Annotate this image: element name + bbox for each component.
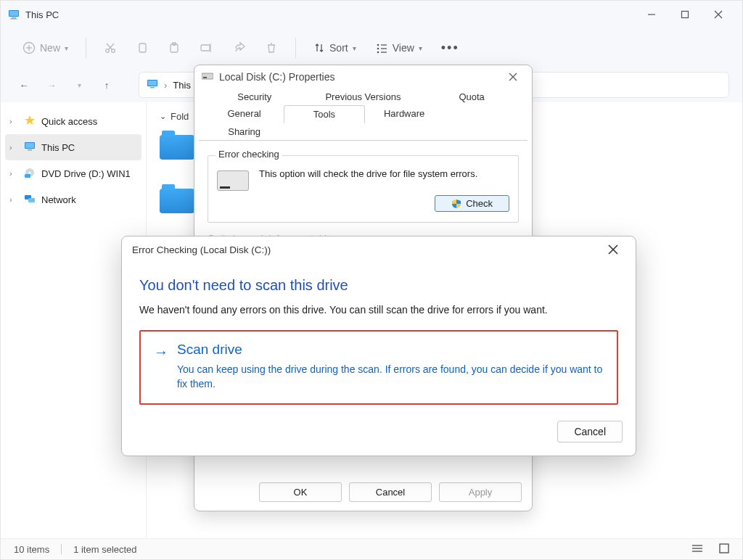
svg-rect-28: [150, 87, 155, 88]
minimize-button[interactable]: [635, 3, 668, 26]
properties-tabs-row2: General Tools Hardware Sharing: [199, 105, 528, 141]
trash-icon: [265, 41, 278, 54]
properties-title: Local Disk (C:) Properties: [219, 71, 335, 83]
error-checking-description: This option will check the drive for fil…: [259, 168, 477, 181]
scan-drive-option[interactable]: → Scan drive You can keep using the driv…: [139, 330, 618, 405]
chevron-right-icon: ›: [9, 169, 18, 178]
error-checking-body: You don't need to scan this drive We hav…: [122, 263, 636, 421]
sort-icon: [313, 42, 325, 54]
window-title: This PC: [25, 9, 59, 20]
sidebar-item-dvd-drive[interactable]: › DVD Drive (D:) WIN1: [1, 160, 146, 186]
tab-general[interactable]: General: [205, 105, 284, 123]
sort-label: Sort: [329, 42, 348, 54]
plus-circle-icon: [22, 41, 36, 54]
new-label: New: [40, 42, 60, 54]
folder-tile[interactable]: [160, 189, 194, 213]
recent-dropdown[interactable]: ▾: [69, 75, 89, 95]
new-button[interactable]: New ▾: [15, 37, 75, 59]
sidebar-item-network[interactable]: › Network: [1, 186, 146, 213]
check-label: Check: [466, 198, 493, 209]
chevron-down-icon: ▾: [419, 44, 422, 52]
chevron-right-icon: ›: [9, 195, 18, 204]
svg-rect-35: [25, 174, 30, 178]
close-button[interactable]: [702, 3, 735, 26]
folders-label: Fold: [171, 111, 189, 122]
error-checking-group: Error checking This option will check th…: [208, 155, 519, 223]
maximize-button[interactable]: [668, 3, 702, 26]
error-checking-dialog: Error Checking (Local Disk (C:)) You don…: [121, 236, 636, 456]
svg-rect-18: [201, 45, 210, 51]
error-checking-footer: Cancel: [122, 421, 636, 456]
apply-button[interactable]: Apply: [439, 482, 522, 502]
clipboard-icon: [168, 41, 181, 54]
properties-footer: OK Cancel Apply: [259, 482, 522, 502]
paste-button[interactable]: [160, 37, 188, 59]
sidebar-item-this-pc[interactable]: › This PC: [5, 134, 141, 160]
ok-button[interactable]: OK: [259, 482, 342, 502]
tab-security[interactable]: Security: [200, 88, 309, 105]
chevron-right-icon: ›: [9, 117, 18, 125]
tab-hardware[interactable]: Hardware: [365, 105, 444, 123]
sidebar-item-label: Quick access: [41, 116, 97, 127]
arrow-right-icon: →: [154, 343, 168, 392]
folder-tile[interactable]: [160, 135, 194, 160]
tab-sharing[interactable]: Sharing: [205, 123, 284, 140]
scissors-icon: [104, 41, 117, 54]
check-button[interactable]: Check: [435, 195, 509, 212]
sidebar-item-quick-access[interactable]: › Quick access: [1, 108, 146, 134]
forward-button[interactable]: →: [41, 75, 62, 95]
titlebar: This PC: [1, 1, 742, 28]
svg-rect-37: [28, 198, 35, 202]
rename-button[interactable]: [192, 37, 221, 59]
svg-rect-3: [10, 19, 17, 20]
drive-icon: [217, 170, 249, 191]
error-checking-title: Error Checking (Local Disk (C:)): [132, 244, 271, 255]
chevron-down-icon: ▾: [65, 44, 68, 52]
view-button[interactable]: View ▾: [368, 38, 430, 58]
this-pc-icon: [8, 9, 20, 20]
tab-tools[interactable]: Tools: [284, 105, 364, 123]
cancel-button[interactable]: Cancel: [349, 482, 432, 502]
tab-quota[interactable]: Quota: [417, 88, 526, 105]
delete-button[interactable]: [258, 37, 285, 59]
tab-previous-versions[interactable]: Previous Versions: [309, 88, 418, 105]
svg-rect-42: [202, 73, 213, 79]
svg-rect-16: [171, 44, 178, 52]
sort-button[interactable]: Sort ▾: [306, 38, 364, 58]
file-explorer-window: This PC New ▾ Sort ▾ View ▾ •••: [0, 0, 743, 560]
thumbnails-view-toggle[interactable]: [719, 543, 729, 556]
sidebar-item-label: DVD Drive (D:) WIN1: [41, 168, 131, 179]
svg-point-20: [377, 44, 379, 46]
back-button[interactable]: ←: [14, 75, 34, 95]
svg-marker-29: [25, 115, 35, 125]
sidebar-item-label: This PC: [41, 142, 75, 153]
rename-icon: [200, 41, 214, 54]
svg-point-24: [377, 52, 379, 54]
status-item-count: 10 items: [14, 544, 49, 555]
more-button[interactable]: •••: [434, 36, 467, 60]
cut-button[interactable]: [97, 37, 124, 59]
chevron-right-icon: ›: [164, 80, 167, 91]
svg-rect-41: [720, 544, 728, 553]
view-label: View: [393, 42, 414, 54]
copy-button[interactable]: [128, 37, 156, 59]
up-button[interactable]: ↑: [97, 75, 117, 95]
details-view-toggle[interactable]: [691, 543, 703, 556]
svg-rect-27: [148, 81, 157, 86]
this-pc-icon: [24, 141, 36, 155]
breadcrumb-segment[interactable]: This: [173, 80, 191, 91]
chevron-down-icon: ▾: [353, 44, 356, 52]
properties-tabs-row1: Security Previous Versions Quota: [194, 88, 532, 105]
svg-rect-32: [28, 149, 32, 151]
svg-rect-5: [682, 12, 689, 18]
cancel-button[interactable]: Cancel: [557, 421, 623, 442]
statusbar: 10 items 1 item selected: [1, 538, 742, 559]
properties-titlebar: Local Disk (C:) Properties: [194, 65, 532, 88]
properties-close-button[interactable]: [501, 67, 525, 87]
error-checking-close-button[interactable]: [601, 239, 625, 260]
scan-drive-title: Scan drive: [177, 342, 604, 358]
share-button[interactable]: [226, 37, 253, 59]
error-checking-titlebar: Error Checking (Local Disk (C:)): [122, 236, 636, 263]
share-icon: [233, 41, 246, 54]
svg-point-34: [28, 171, 30, 173]
